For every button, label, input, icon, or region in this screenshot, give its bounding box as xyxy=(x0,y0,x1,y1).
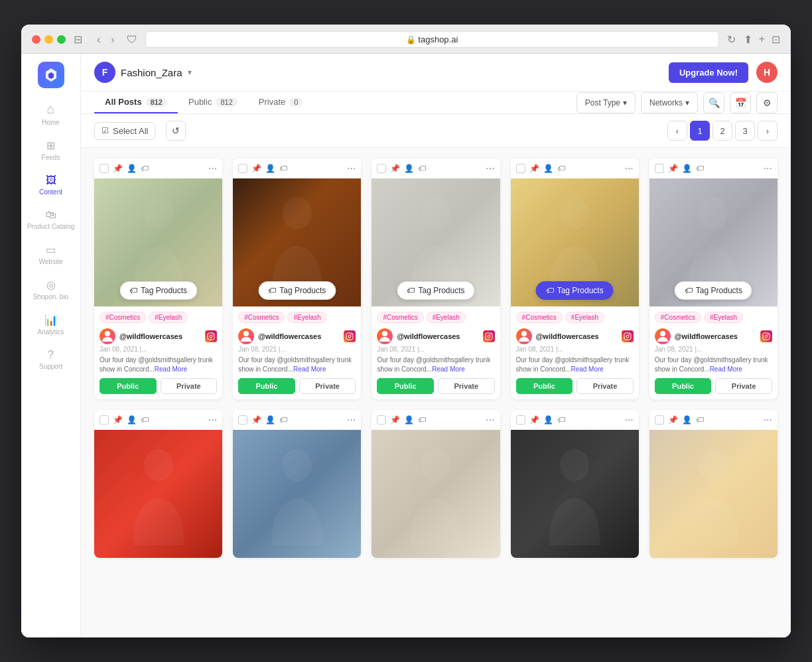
forward-button[interactable]: › xyxy=(107,33,118,47)
user-tag-icon[interactable]: 👤 xyxy=(682,415,692,425)
prev-page-button[interactable]: ‹ xyxy=(667,121,687,141)
private-button[interactable]: Private xyxy=(161,378,218,394)
public-button[interactable]: Public xyxy=(377,378,434,394)
post-checkbox[interactable] xyxy=(516,415,525,425)
share-icon[interactable]: ⬆ xyxy=(744,33,752,46)
user-tag-icon[interactable]: 👤 xyxy=(543,164,553,173)
tag-icon[interactable]: 🏷 xyxy=(557,415,565,425)
tag-icon[interactable]: 🏷 xyxy=(279,415,287,425)
tag-icon[interactable]: 🏷 xyxy=(418,415,426,425)
page-3-button[interactable]: 3 xyxy=(735,121,755,141)
more-options-button[interactable]: ··· xyxy=(764,414,772,426)
more-options-button[interactable]: ··· xyxy=(624,163,633,174)
address-bar[interactable]: 🔒 tagshop.ai xyxy=(145,31,719,48)
more-options-button[interactable]: ··· xyxy=(208,163,217,174)
sidebar-item-content[interactable]: 🖼 Content xyxy=(21,169,80,201)
post-checkbox[interactable] xyxy=(655,164,664,173)
new-tab-icon[interactable]: + xyxy=(759,33,765,46)
sidebar-item-feeds[interactable]: ⊞ Feeds xyxy=(21,134,80,166)
post-checkbox[interactable] xyxy=(377,415,386,425)
tag-icon[interactable]: 🏷 xyxy=(141,164,149,173)
tag-icon[interactable]: 🏷 xyxy=(696,415,704,425)
private-button[interactable]: Private xyxy=(576,378,634,394)
tag-icon[interactable]: 🏷 xyxy=(557,164,565,173)
tag-products-button[interactable]: 🏷 Tag Products xyxy=(258,281,336,300)
user-tag-icon[interactable]: 👤 xyxy=(404,164,414,173)
tag-icon[interactable]: 🏷 xyxy=(418,164,426,173)
tag-icon[interactable]: 🏷 xyxy=(279,164,287,173)
hashtag-badge[interactable]: #Eyelash xyxy=(427,312,466,323)
pin-icon[interactable]: 📌 xyxy=(529,164,539,173)
public-button[interactable]: Public xyxy=(655,378,712,394)
private-button[interactable]: Private xyxy=(438,378,495,394)
pin-icon[interactable]: 📌 xyxy=(390,415,400,425)
more-options-button[interactable]: ··· xyxy=(347,163,356,174)
sidebar-toggle-icon[interactable]: ⊟ xyxy=(74,33,82,46)
more-options-button[interactable]: ··· xyxy=(208,414,217,426)
hashtag-badge[interactable]: #Cosmetics xyxy=(377,312,423,323)
pin-icon[interactable]: 📌 xyxy=(251,164,261,173)
more-options-button[interactable]: ··· xyxy=(486,414,494,426)
back-button[interactable]: ‹ xyxy=(93,33,104,47)
more-options-button[interactable]: ··· xyxy=(624,414,633,426)
pin-icon[interactable]: 📌 xyxy=(668,415,678,425)
minimize-button[interactable] xyxy=(44,35,53,44)
user-tag-icon[interactable]: 👤 xyxy=(127,415,137,425)
more-options-button[interactable]: ··· xyxy=(486,163,494,174)
more-options-button[interactable]: ··· xyxy=(347,414,356,426)
post-checkbox[interactable] xyxy=(238,164,247,173)
refresh-button[interactable]: ↺ xyxy=(166,121,186,141)
post-checkbox[interactable] xyxy=(238,415,247,425)
read-more-link[interactable]: Read More xyxy=(432,365,464,373)
user-tag-icon[interactable]: 👤 xyxy=(404,415,414,425)
tag-products-button[interactable]: 🏷 Tag Products xyxy=(397,281,474,300)
public-button[interactable]: Public xyxy=(516,378,573,394)
private-button[interactable]: Private xyxy=(299,378,356,394)
calendar-button[interactable]: 📅 xyxy=(730,92,751,113)
select-all-button[interactable]: ☑ Select All xyxy=(94,122,155,140)
sidebar-item-shopon-bio[interactable]: ◎ Shopon. bio xyxy=(21,273,80,306)
post-checkbox[interactable] xyxy=(655,415,664,425)
public-button[interactable]: Public xyxy=(100,378,157,394)
sidebar-item-product-catalog[interactable]: 🛍 Product Catalog xyxy=(21,204,80,235)
page-1-button[interactable]: 1 xyxy=(690,121,710,141)
post-checkbox[interactable] xyxy=(377,164,386,173)
hashtag-badge[interactable]: #Cosmetics xyxy=(516,312,563,323)
pin-icon[interactable]: 📌 xyxy=(390,164,400,173)
tab-private[interactable]: Private 0 xyxy=(248,92,314,113)
hashtag-badge[interactable]: #Eyelash xyxy=(565,312,604,323)
sidebar-item-website[interactable]: ▭ Website xyxy=(21,238,80,271)
tab-all-posts[interactable]: All Posts 812 xyxy=(94,92,178,113)
post-type-filter[interactable]: Post Type ▾ xyxy=(576,92,636,113)
post-checkbox[interactable] xyxy=(516,164,525,173)
maximize-button[interactable] xyxy=(57,35,66,44)
read-more-link[interactable]: Read More xyxy=(155,365,187,373)
hashtag-badge[interactable]: #Eyelash xyxy=(149,312,188,323)
user-avatar[interactable]: H xyxy=(756,62,778,83)
search-button[interactable]: 🔍 xyxy=(703,92,724,113)
pin-icon[interactable]: 📌 xyxy=(668,164,678,173)
upgrade-button[interactable]: Upgrade Now! xyxy=(669,62,748,83)
user-tag-icon[interactable]: 👤 xyxy=(682,164,692,173)
read-more-link[interactable]: Read More xyxy=(710,365,742,373)
more-options-button[interactable]: ··· xyxy=(764,163,772,174)
sidebar-item-analytics[interactable]: 📊 Analytics xyxy=(21,308,80,341)
hashtag-badge[interactable]: #Cosmetics xyxy=(100,312,146,323)
tag-products-button[interactable]: 🏷 Tag Products xyxy=(119,281,197,300)
sidebar-item-home[interactable]: ⌂ Home xyxy=(21,96,80,131)
hashtag-badge[interactable]: #Eyelash xyxy=(704,312,743,323)
user-tag-icon[interactable]: 👤 xyxy=(265,164,275,173)
private-button[interactable]: Private xyxy=(715,378,772,394)
tab-public[interactable]: Public 812 xyxy=(178,92,248,113)
tag-icon[interactable]: 🏷 xyxy=(696,164,704,173)
reload-icon[interactable]: ↻ xyxy=(727,33,736,46)
user-tag-icon[interactable]: 👤 xyxy=(265,415,275,425)
public-button[interactable]: Public xyxy=(238,378,295,394)
tag-icon[interactable]: 🏷 xyxy=(141,415,149,425)
account-selector[interactable]: F Fashion_Zara ▾ xyxy=(94,62,192,83)
post-checkbox[interactable] xyxy=(100,164,109,173)
pin-icon[interactable]: 📌 xyxy=(251,415,261,425)
sidebar-item-support[interactable]: ? Support xyxy=(21,344,80,375)
user-tag-icon[interactable]: 👤 xyxy=(543,415,553,425)
close-button[interactable] xyxy=(32,35,40,44)
